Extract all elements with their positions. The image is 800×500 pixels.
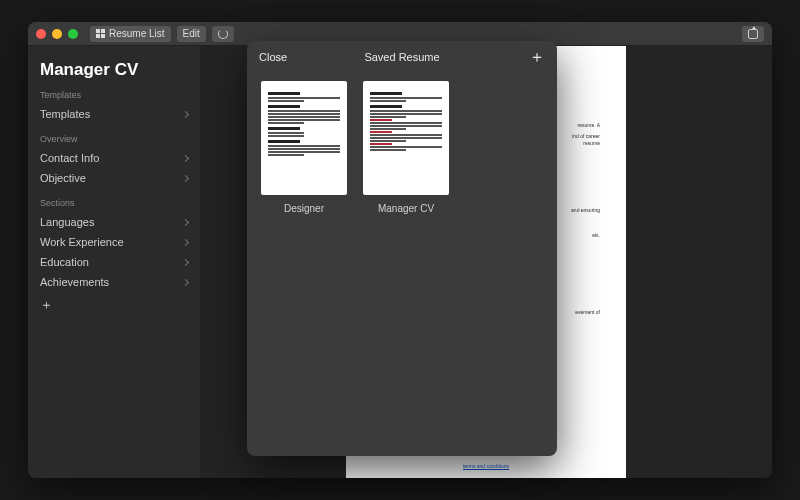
sidebar-item-label: Objective [40,172,86,184]
close-window-button[interactable] [36,29,46,39]
window-controls [36,29,78,39]
sidebar-item-achievements[interactable]: Achievements [40,272,188,292]
fullscreen-window-button[interactable] [68,29,78,39]
sidebar-item-templates[interactable]: Templates [40,104,188,124]
close-button[interactable]: Close [259,51,287,63]
resume-list-button[interactable]: Resume List [90,26,171,42]
saved-resume-modal: Close Saved Resume ＋ Designer [247,41,557,456]
sidebar-item-label: Work Experience [40,236,124,248]
grid-icon [96,29,105,38]
document-title: Manager CV [40,60,188,80]
sidebar-group-overview-label: Overview [40,134,188,144]
chevron-right-icon [182,154,189,161]
resume-thumbnail-designer[interactable]: Designer [261,81,347,214]
thumbnail-preview [363,81,449,195]
edit-button[interactable]: Edit [177,26,206,42]
sidebar-item-label: Contact Info [40,152,99,164]
chevron-right-icon [182,174,189,181]
sidebar-item-languages[interactable]: Languages [40,212,188,232]
modal-body: Designer Manager CV [247,73,557,456]
sidebar-group-templates-label: Templates [40,90,188,100]
refresh-button[interactable] [212,26,234,42]
chevron-right-icon [182,218,189,225]
modal-title: Saved Resume [247,51,557,63]
sidebar-item-contact-info[interactable]: Contact Info [40,148,188,168]
add-section-button[interactable]: ＋ [40,292,188,314]
minimize-window-button[interactable] [52,29,62,39]
thumbnail-preview [261,81,347,195]
thumbnail-label: Manager CV [378,203,434,214]
resume-thumbnail-manager-cv[interactable]: Manager CV [363,81,449,214]
thumbnail-label: Designer [284,203,324,214]
sidebar-item-objective[interactable]: Objective [40,168,188,188]
sidebar-item-work-experience[interactable]: Work Experience [40,232,188,252]
sidebar-group-sections-label: Sections [40,198,188,208]
edit-label: Edit [183,28,200,39]
sidebar-item-label: Education [40,256,89,268]
chevron-right-icon [182,238,189,245]
sidebar-item-education[interactable]: Education [40,252,188,272]
share-icon [748,29,758,39]
sidebar: Manager CV Templates Templates Overview … [28,46,200,478]
chevron-right-icon [182,258,189,265]
chevron-right-icon [182,278,189,285]
terms-link[interactable]: terms and conditions [346,463,626,470]
refresh-icon [218,29,228,39]
modal-header: Close Saved Resume ＋ [247,41,557,73]
add-resume-button[interactable]: ＋ [529,47,545,68]
sidebar-item-label: Templates [40,108,90,120]
resume-list-label: Resume List [109,28,165,39]
share-button[interactable] [742,26,764,42]
sidebar-item-label: Languages [40,216,94,228]
chevron-right-icon [182,110,189,117]
sidebar-item-label: Achievements [40,276,109,288]
